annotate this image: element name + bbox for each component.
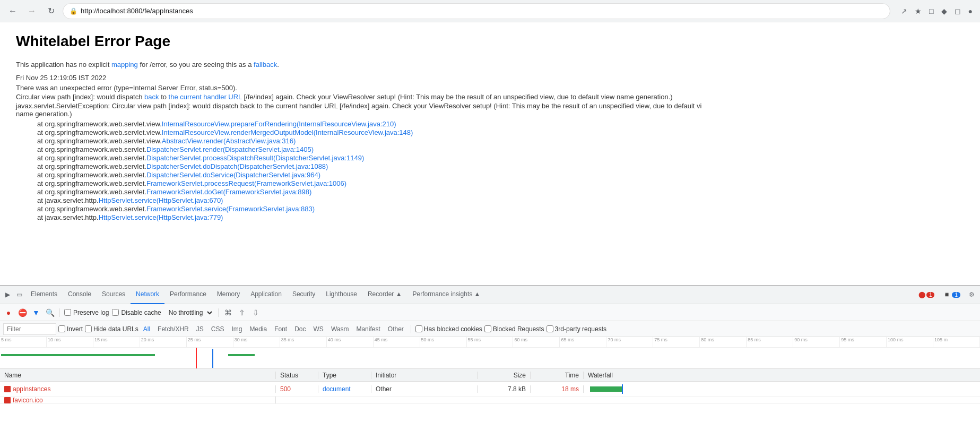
screenshot-icon[interactable]: □ <box>927 5 935 18</box>
table-row-partial[interactable]: favicon.ico <box>0 397 980 404</box>
has-blocked-cookies-input[interactable] <box>415 325 422 332</box>
stack-link[interactable]: FrameworkServlet.service(FrameworkServle… <box>146 205 315 213</box>
stack-link[interactable]: HttpServlet.service(HttpServlet.java:779… <box>99 213 223 221</box>
stack-line: at org.springframework.web.servlet.Dispa… <box>16 171 964 179</box>
filter-js[interactable]: JS <box>194 324 206 334</box>
window-icon[interactable]: ◻ <box>952 5 963 18</box>
tab-elements[interactable]: Elements <box>25 286 63 304</box>
devtools-tabs: ▶ ▭ Elements Console Sources Network Per… <box>0 286 980 304</box>
stack-link[interactable]: HttpServlet.service(HttpServlet.java:670… <box>99 196 223 204</box>
stack-link[interactable]: InternalResourceView.prepareForRendering… <box>162 120 396 128</box>
tab-memory[interactable]: Memory <box>212 286 245 304</box>
clear-button[interactable]: ⛔ <box>17 307 28 318</box>
waterfall-green-bar <box>590 386 622 392</box>
filter-fetch-xhr[interactable]: Fetch/XHR <box>155 324 192 334</box>
filter-other[interactable]: Other <box>385 324 406 334</box>
throttle-dropdown[interactable]: No throttling <box>164 307 214 318</box>
third-party-input[interactable] <box>547 325 553 332</box>
filter-all[interactable]: All <box>141 324 153 334</box>
back-link[interactable]: back <box>144 93 159 101</box>
download-icon[interactable]: ⇩ <box>250 307 261 318</box>
responsive-icon[interactable]: ▭ <box>13 289 25 300</box>
stack-line: at javax.servlet.http.HttpServlet.servic… <box>16 213 964 221</box>
profile-icon[interactable]: ● <box>966 5 975 18</box>
hide-data-urls-input[interactable] <box>85 325 92 332</box>
stack-link[interactable]: DispatcherServlet.processDispatchResult(… <box>146 154 364 162</box>
filter-manifest[interactable]: Manifest <box>353 324 383 334</box>
has-blocked-cookies-label: Has blocked cookies <box>424 325 482 333</box>
header-name: Name <box>0 372 276 379</box>
stack-line: at org.springframework.web.servlet.view.… <box>16 120 964 128</box>
search-icon[interactable]: 🔍 <box>45 307 55 318</box>
fallback-link[interactable]: fallback <box>254 61 277 68</box>
invert-checkbox[interactable]: Invert <box>58 325 83 333</box>
stack-link[interactable]: DispatcherServlet.doDispatch(DispatcherS… <box>146 162 328 170</box>
reload-button[interactable]: ↻ <box>44 4 58 19</box>
filter-media[interactable]: Media <box>247 324 270 334</box>
tab-network[interactable]: Network <box>131 286 164 304</box>
timeline-bar-1 <box>1 354 155 356</box>
tick-100ms: 100 ms <box>887 337 933 347</box>
hide-data-urls-checkbox[interactable]: Hide data URLs <box>85 325 138 333</box>
address-bar[interactable]: 🔒 http://localhost:8080/fe/appInstances <box>63 3 890 19</box>
error-line-3: javax.servlet.ServletException: Circular… <box>16 102 964 118</box>
forward-button[interactable]: → <box>24 4 39 19</box>
current-link[interactable]: the current handler URL <box>169 93 242 101</box>
filter-wasm[interactable]: Wasm <box>328 324 352 334</box>
preserve-log-checkbox[interactable]: Preserve log <box>64 309 109 316</box>
stack-link[interactable]: FrameworkServlet.doGet(FrameworkServlet.… <box>146 188 311 196</box>
tab-performance-insights[interactable]: Performance insights ▲ <box>407 286 486 304</box>
tab-console[interactable]: Console <box>63 286 97 304</box>
tab-lighthouse[interactable]: Lighthouse <box>320 286 362 304</box>
bookmark-icon[interactable]: ★ <box>913 5 924 18</box>
explicit-link[interactable]: mapping <box>111 61 138 68</box>
row-size: 7.8 kB <box>478 385 531 393</box>
tab-application[interactable]: Application <box>245 286 287 304</box>
filter-css[interactable]: CSS <box>209 324 227 334</box>
back-button[interactable]: ← <box>5 4 20 19</box>
invert-input[interactable] <box>58 325 65 332</box>
tab-performance[interactable]: Performance <box>164 286 212 304</box>
filter-img[interactable]: Img <box>229 324 245 334</box>
wifi-icon[interactable]: ⌘ <box>223 307 233 318</box>
disable-cache-input[interactable] <box>112 309 119 316</box>
share-icon[interactable]: ↗ <box>899 5 909 18</box>
row-name-appInstances: appInstances <box>0 385 276 393</box>
header-status: Status <box>276 372 318 379</box>
record-button[interactable]: ● <box>3 307 14 318</box>
stack-line: at org.springframework.web.servlet.Frame… <box>16 188 964 196</box>
filter-input[interactable] <box>3 323 56 335</box>
table-row[interactable]: appInstances 500 document Other 7.8 kB 1… <box>0 382 980 397</box>
error-badge[interactable]: ⬤ 1 <box>915 289 938 300</box>
stack-link[interactable]: AbstractView.render(AbstractView.java:31… <box>162 137 296 145</box>
has-blocked-cookies-checkbox[interactable]: Has blocked cookies <box>415 325 482 333</box>
stack-link[interactable]: InternalResourceView.renderMergedOutputM… <box>162 128 413 136</box>
filter-doc[interactable]: Doc <box>292 324 308 334</box>
preserve-log-input[interactable] <box>64 309 71 316</box>
tab-recorder[interactable]: Recorder ▲ <box>362 286 407 304</box>
stack-link[interactable]: DispatcherServlet.doService(DispatcherSe… <box>146 171 320 179</box>
settings-icon[interactable]: ⚙ <box>966 289 978 300</box>
row-status: 500 <box>276 385 318 393</box>
tab-sources[interactable]: Sources <box>97 286 131 304</box>
third-party-checkbox[interactable]: 3rd-party requests <box>547 325 606 333</box>
extensions-icon[interactable]: ◆ <box>939 5 949 18</box>
filter-icon[interactable]: ▼ <box>31 307 41 318</box>
cursor-icon[interactable]: ▶ <box>2 289 13 300</box>
header-type: Type <box>318 372 371 379</box>
network-table: Name Status Type Initiator Size Time Wat… <box>0 369 980 439</box>
blocked-requests-input[interactable] <box>484 325 491 332</box>
tab-security[interactable]: Security <box>287 286 320 304</box>
upload-icon[interactable]: ⇧ <box>237 307 247 318</box>
page-content: Whitelabel Error Page This application h… <box>0 22 980 285</box>
blocked-requests-checkbox[interactable]: Blocked Requests <box>484 325 544 333</box>
filter-ws[interactable]: WS <box>311 324 326 334</box>
tick-25ms: 25 ms <box>187 337 233 347</box>
throttle-select[interactable]: No throttling <box>164 307 214 318</box>
warning-badge[interactable]: ◾ 1 <box>940 289 964 300</box>
disable-cache-checkbox[interactable]: Disable cache <box>112 309 161 316</box>
devtools-filter: Invert Hide data URLs All Fetch/XHR JS C… <box>0 321 980 337</box>
stack-link[interactable]: FrameworkServlet.processRequest(Framewor… <box>146 179 346 187</box>
filter-font[interactable]: Font <box>272 324 290 334</box>
stack-link[interactable]: DispatcherServlet.render(DispatcherServl… <box>146 145 314 153</box>
